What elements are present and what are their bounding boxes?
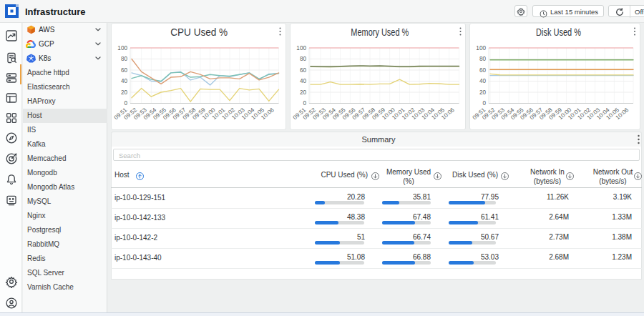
svg-text:40: 40 — [479, 78, 487, 84]
svg-text:60: 60 — [121, 67, 128, 74]
svg-text:40: 40 — [121, 78, 128, 84]
svg-text:Memory Used %: Memory Used % — [351, 26, 409, 38]
svg-text:CPU Used %: CPU Used % — [170, 26, 228, 38]
svg-text:20: 20 — [479, 89, 487, 96]
svg-text:0: 0 — [124, 100, 127, 107]
svg-text:80: 80 — [299, 56, 306, 62]
svg-text:Disk Used %: Disk Used % — [536, 26, 581, 38]
svg-text:60: 60 — [479, 67, 487, 74]
svg-text:100: 100 — [296, 45, 306, 51]
svg-text:80: 80 — [479, 56, 487, 62]
svg-text:80: 80 — [121, 56, 128, 62]
svg-text:40: 40 — [299, 78, 306, 84]
svg-text:0: 0 — [303, 100, 306, 107]
svg-text:0: 0 — [482, 100, 486, 107]
svg-text:100: 100 — [476, 45, 486, 51]
svg-text:20: 20 — [299, 89, 306, 96]
svg-text:20: 20 — [121, 89, 128, 96]
svg-text:60: 60 — [299, 67, 306, 74]
svg-text:100: 100 — [117, 45, 127, 51]
